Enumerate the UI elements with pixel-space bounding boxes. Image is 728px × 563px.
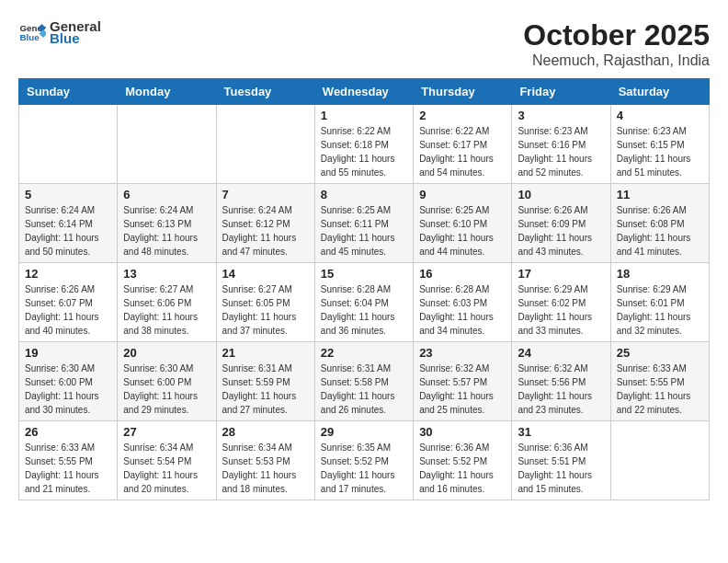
calendar-cell: 31 Sunrise: 6:36 AMSunset: 5:51 PMDaylig… [512,421,610,500]
day-number: 11 [617,188,703,201]
day-info: Sunrise: 6:31 AMSunset: 5:59 PMDaylight:… [222,362,309,417]
day-number: 24 [518,346,604,360]
logo: General Blue General Blue [18,18,101,46]
calendar-cell [610,421,709,500]
day-info: Sunrise: 6:24 AMSunset: 6:13 PMDaylight:… [123,203,210,259]
calendar-cell: 25 Sunrise: 6:33 AMSunset: 5:55 PMDaylig… [610,342,709,421]
calendar-cell: 7 Sunrise: 6:24 AMSunset: 6:12 PMDayligh… [216,184,314,263]
calendar-cell: 29 Sunrise: 6:35 AMSunset: 5:52 PMDaylig… [314,421,413,500]
calendar-week-1: 1 Sunrise: 6:22 AMSunset: 6:18 PMDayligh… [19,105,710,184]
day-info: Sunrise: 6:23 AMSunset: 6:16 PMDaylight:… [518,124,604,179]
day-number: 26 [25,425,111,439]
day-info: Sunrise: 6:22 AMSunset: 6:18 PMDaylight:… [321,124,407,179]
col-sunday: Sunday [19,79,118,105]
month-title: October 2025 [523,18,710,52]
day-number: 14 [222,267,309,281]
location-subtitle: Neemuch, Rajasthan, India [523,52,710,69]
calendar-cell: 14 Sunrise: 6:27 AMSunset: 6:05 PMDaylig… [216,263,314,342]
calendar-cell: 6 Sunrise: 6:24 AMSunset: 6:13 PMDayligh… [118,184,216,263]
col-tuesday: Tuesday [216,79,314,105]
day-info: Sunrise: 6:29 AMSunset: 6:02 PMDaylight:… [518,282,604,338]
col-friday: Friday [512,79,610,105]
calendar-cell: 12 Sunrise: 6:26 AMSunset: 6:07 PMDaylig… [19,263,118,342]
day-number: 22 [321,346,407,360]
calendar-cell: 22 Sunrise: 6:31 AMSunset: 5:58 PMDaylig… [314,342,413,421]
day-info: Sunrise: 6:35 AMSunset: 5:52 PMDaylight:… [321,441,407,496]
calendar-cell: 13 Sunrise: 6:27 AMSunset: 6:06 PMDaylig… [118,263,216,342]
logo-icon: General Blue [18,18,46,46]
calendar-cell: 18 Sunrise: 6:29 AMSunset: 6:01 PMDaylig… [610,263,709,342]
day-number: 7 [222,188,309,201]
calendar-week-3: 12 Sunrise: 6:26 AMSunset: 6:07 PMDaylig… [19,263,710,342]
col-wednesday: Wednesday [314,79,413,105]
day-info: Sunrise: 6:24 AMSunset: 6:12 PMDaylight:… [222,203,309,259]
calendar-header-row: Sunday Monday Tuesday Wednesday Thursday… [19,79,710,105]
day-number: 5 [25,188,111,201]
day-info: Sunrise: 6:34 AMSunset: 5:53 PMDaylight:… [222,441,309,496]
calendar-cell: 16 Sunrise: 6:28 AMSunset: 6:03 PMDaylig… [414,263,512,342]
day-info: Sunrise: 6:26 AMSunset: 6:08 PMDaylight:… [617,203,703,259]
day-number: 28 [222,425,309,439]
day-info: Sunrise: 6:28 AMSunset: 6:04 PMDaylight:… [321,282,407,338]
day-number: 17 [518,267,604,281]
day-number: 23 [419,346,506,360]
day-number: 27 [123,425,210,439]
calendar-cell: 23 Sunrise: 6:32 AMSunset: 5:57 PMDaylig… [414,342,512,421]
calendar-cell: 28 Sunrise: 6:34 AMSunset: 5:53 PMDaylig… [216,421,314,500]
day-number: 31 [518,425,604,439]
calendar-cell: 11 Sunrise: 6:26 AMSunset: 6:08 PMDaylig… [610,184,709,263]
calendar-cell: 17 Sunrise: 6:29 AMSunset: 6:02 PMDaylig… [512,263,610,342]
col-saturday: Saturday [610,79,709,105]
calendar-week-4: 19 Sunrise: 6:30 AMSunset: 6:00 PMDaylig… [19,342,710,421]
page-header: General Blue General Blue October 2025 N… [18,18,710,69]
calendar-cell: 3 Sunrise: 6:23 AMSunset: 6:16 PMDayligh… [512,105,610,184]
calendar-cell [216,105,314,184]
calendar-cell: 5 Sunrise: 6:24 AMSunset: 6:14 PMDayligh… [19,184,118,263]
calendar-week-2: 5 Sunrise: 6:24 AMSunset: 6:14 PMDayligh… [19,184,710,263]
calendar-cell: 20 Sunrise: 6:30 AMSunset: 6:00 PMDaylig… [118,342,216,421]
day-number: 15 [321,267,407,281]
calendar-cell: 2 Sunrise: 6:22 AMSunset: 6:17 PMDayligh… [414,105,512,184]
calendar-cell: 15 Sunrise: 6:28 AMSunset: 6:04 PMDaylig… [314,263,413,342]
day-number: 16 [419,267,506,281]
col-thursday: Thursday [414,79,512,105]
calendar-cell: 19 Sunrise: 6:30 AMSunset: 6:00 PMDaylig… [19,342,118,421]
day-info: Sunrise: 6:29 AMSunset: 6:01 PMDaylight:… [617,282,703,338]
calendar-cell: 1 Sunrise: 6:22 AMSunset: 6:18 PMDayligh… [314,105,413,184]
day-number: 4 [617,109,703,122]
calendar-cell: 21 Sunrise: 6:31 AMSunset: 5:59 PMDaylig… [216,342,314,421]
calendar-cell: 4 Sunrise: 6:23 AMSunset: 6:15 PMDayligh… [610,105,709,184]
day-info: Sunrise: 6:36 AMSunset: 5:51 PMDaylight:… [518,441,604,496]
day-number: 13 [123,267,210,281]
calendar-cell [19,105,118,184]
day-number: 10 [518,188,604,201]
calendar-cell: 27 Sunrise: 6:34 AMSunset: 5:54 PMDaylig… [118,421,216,500]
day-number: 18 [617,267,703,281]
svg-text:Blue: Blue [20,32,40,42]
calendar-cell: 26 Sunrise: 6:33 AMSunset: 5:55 PMDaylig… [19,421,118,500]
day-info: Sunrise: 6:26 AMSunset: 6:09 PMDaylight:… [518,203,604,259]
day-info: Sunrise: 6:24 AMSunset: 6:14 PMDaylight:… [25,203,111,259]
day-number: 21 [222,346,309,360]
calendar-cell [118,105,216,184]
day-number: 3 [518,109,604,122]
day-number: 19 [25,346,111,360]
day-info: Sunrise: 6:33 AMSunset: 5:55 PMDaylight:… [25,441,111,496]
calendar-cell: 30 Sunrise: 6:36 AMSunset: 5:52 PMDaylig… [414,421,512,500]
day-number: 2 [419,109,506,122]
day-info: Sunrise: 6:32 AMSunset: 5:57 PMDaylight:… [419,362,506,417]
calendar-table: Sunday Monday Tuesday Wednesday Thursday… [18,78,710,500]
day-number: 30 [419,425,506,439]
day-info: Sunrise: 6:25 AMSunset: 6:10 PMDaylight:… [419,203,506,259]
day-info: Sunrise: 6:30 AMSunset: 6:00 PMDaylight:… [123,362,210,417]
day-info: Sunrise: 6:36 AMSunset: 5:52 PMDaylight:… [419,441,506,496]
day-info: Sunrise: 6:22 AMSunset: 6:17 PMDaylight:… [419,124,506,179]
day-number: 1 [321,109,407,122]
day-number: 12 [25,267,111,281]
day-number: 6 [123,188,210,201]
day-info: Sunrise: 6:28 AMSunset: 6:03 PMDaylight:… [419,282,506,338]
day-number: 29 [321,425,407,439]
title-area: October 2025 Neemuch, Rajasthan, India [523,18,710,69]
day-info: Sunrise: 6:26 AMSunset: 6:07 PMDaylight:… [25,282,111,338]
day-number: 20 [123,346,210,360]
